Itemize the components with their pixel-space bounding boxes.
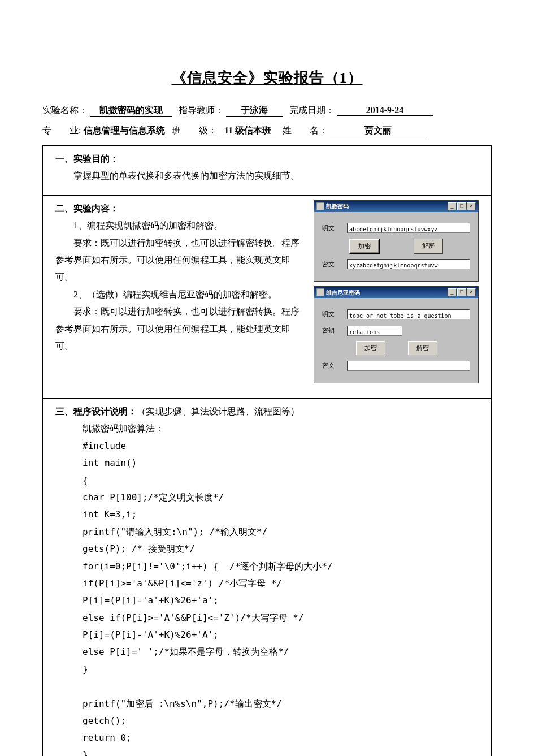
vigenere-window-title: 维吉尼亚密码: [326, 287, 448, 298]
caesar-window: 凯撒密码 _ □ × 明文 abcdefghijklmnopqrstuvwxyz: [314, 200, 479, 282]
decrypt-button[interactable]: 解密: [408, 341, 437, 355]
caesar-window-title: 凯撒密码: [326, 201, 448, 211]
vigenere-window-body: 明文 tobe or not tobe is a question 密钥 rel…: [314, 298, 478, 383]
app-icon: [316, 288, 324, 296]
experiment-name-value: 凯撒密码的实现: [90, 105, 172, 117]
caesar-window-body: 明文 abcdefghijklmnopqrstuvwxyz 加密 解密 密文 x…: [314, 212, 478, 282]
caesar-titlebar: 凯撒密码 _ □ ×: [314, 201, 478, 212]
maximize-button[interactable]: □: [457, 288, 466, 296]
ciphertext-label: 密文: [322, 258, 347, 270]
vigenere-titlebar: 维吉尼亚密码 _ □ ×: [314, 287, 478, 298]
key-input[interactable]: relations: [347, 326, 402, 336]
section-2-p3: 2、（选做）编程实现维吉尼亚密码的加密和解密。: [55, 286, 307, 303]
minimize-button[interactable]: _: [448, 202, 457, 210]
ciphertext-label: 密文: [322, 360, 347, 371]
section-2-title: 二、实验内容：: [55, 200, 307, 217]
student-name-label: 姓 名：: [283, 125, 328, 137]
plaintext-input[interactable]: tobe or not tobe is a question: [347, 309, 470, 319]
instructor-label: 指导教师：: [179, 105, 224, 116]
section-design: 三、程序设计说明：（实现步骤、算法设计思路、流程图等） 凯撒密码加密算法： #i…: [43, 399, 491, 756]
content-box: 一、实验目的： 掌握典型的单表代换和多表代换的加密方法的实现细节。 凯撒密码 _…: [42, 145, 492, 756]
close-button[interactable]: ×: [467, 288, 476, 296]
vigenere-window: 维吉尼亚密码 _ □ × 明文 tobe or not tobe is a qu…: [314, 286, 479, 383]
date-value: 2014-9-24: [337, 105, 433, 116]
encrypt-button[interactable]: 加密: [356, 341, 385, 355]
key-label: 密钥: [322, 325, 347, 336]
major-label: 专 业:: [42, 125, 81, 137]
plaintext-label: 明文: [322, 308, 347, 320]
section-1-title: 一、实验目的：: [55, 150, 479, 167]
major-value: 信息管理与信息系统: [83, 125, 165, 137]
ciphertext-input[interactable]: xyzabcdefghijklmnopqrstuvw: [347, 259, 470, 269]
section-2-text: 二、实验内容： 1、编程实现凯撒密码的加密和解密。 要求：既可以进行加密转换，也…: [55, 200, 307, 355]
plaintext-input[interactable]: abcdefghijklmnopqrstuvwxyz: [347, 223, 470, 233]
section-2-p1: 1、编程实现凯撒密码的加密和解密。: [55, 217, 307, 234]
section-1-body: 掌握典型的单表代换和多表代换的加密方法的实现细节。: [55, 167, 479, 184]
section-content: 凯撒密码 _ □ × 明文 abcdefghijklmnopqrstuvwxyz: [43, 196, 491, 399]
class-value: 11 级信本班: [219, 125, 276, 137]
ciphertext-input[interactable]: [347, 361, 470, 371]
close-button[interactable]: ×: [467, 202, 476, 210]
date-label: 完成日期：: [289, 105, 335, 116]
minimize-button[interactable]: _: [448, 288, 457, 296]
section-2-p4: 要求：既可以进行加密转换，也可以进行解密转换。程序参考界面如右所示。可以使用任何…: [55, 303, 307, 355]
page: 《信息安全》实验报告（1） 实验名称： 凯撒密码的实现 指导教师： 于泳海 完成…: [0, 0, 534, 756]
code-block: #include int main() { char P[100];/*定义明文…: [83, 438, 479, 756]
section-3-heading: 凯撒密码加密算法：: [83, 420, 479, 437]
header-row-2: 专 业: 信息管理与信息系统 班 级： 11 级信本班 姓 名： 贾文丽: [42, 125, 492, 137]
app-icon: [316, 202, 324, 210]
section-2-p2: 要求：既可以进行加密转换，也可以进行解密转换。程序参考界面如右所示。可以使用任何…: [55, 235, 307, 286]
section-3-title: 三、程序设计说明：: [55, 407, 137, 416]
vigenere-window-wrapper: 维吉尼亚密码 _ □ × 明文 tobe or not tobe is a qu…: [314, 286, 479, 383]
student-name-value: 贾文丽: [330, 125, 426, 137]
instructor-value: 于泳海: [226, 105, 283, 117]
encrypt-button[interactable]: 加密: [349, 239, 380, 254]
caesar-window-wrapper: 凯撒密码 _ □ × 明文 abcdefghijklmnopqrstuvwxyz: [314, 200, 479, 282]
header-row-1: 实验名称： 凯撒密码的实现 指导教师： 于泳海 完成日期： 2014-9-24: [42, 105, 492, 117]
plaintext-label: 明文: [322, 222, 347, 234]
section-3-subtitle: （实现步骤、算法设计思路、流程图等）: [137, 407, 299, 416]
experiment-name-label: 实验名称：: [42, 105, 88, 116]
decrypt-button[interactable]: 解密: [414, 239, 443, 254]
document-title: 《信息安全》实验报告（1）: [42, 68, 492, 88]
class-label: 班 级：: [172, 125, 217, 137]
section-purpose: 一、实验目的： 掌握典型的单表代换和多表代换的加密方法的实现细节。: [43, 146, 491, 196]
maximize-button[interactable]: □: [457, 202, 466, 210]
